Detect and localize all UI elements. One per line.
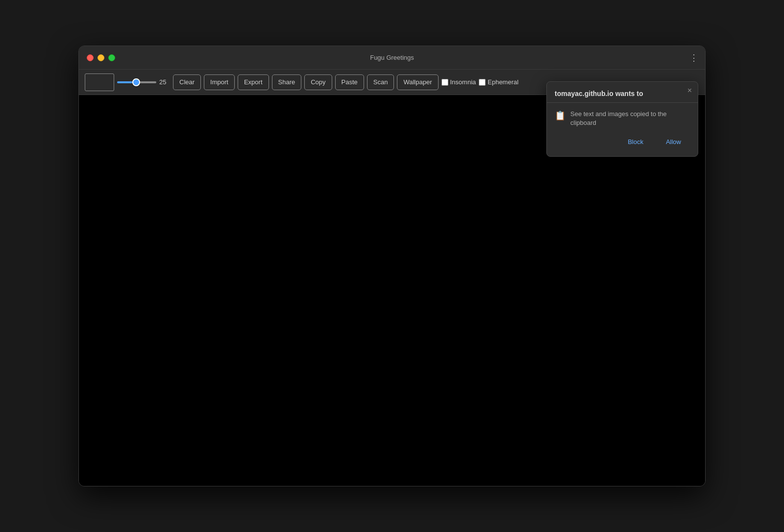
close-button[interactable] (87, 54, 94, 61)
popup-close-button[interactable]: × (687, 87, 692, 95)
popup-description: See text and images copied to the clipbo… (570, 110, 690, 127)
popup-actions: Block Allow (555, 135, 690, 148)
traffic-lights (87, 54, 115, 61)
allow-button[interactable]: Allow (657, 135, 690, 148)
popup-body: 📋 See text and images copied to the clip… (555, 110, 690, 127)
export-button[interactable]: Export (238, 74, 269, 90)
clear-button[interactable]: Clear (173, 74, 201, 90)
block-button[interactable]: Block (619, 135, 652, 148)
scan-button[interactable]: Scan (367, 74, 394, 90)
paste-button[interactable]: Paste (335, 74, 364, 90)
popup-divider (547, 102, 698, 103)
titlebar: Fugu Greetings ⋮ (79, 46, 705, 70)
copy-button[interactable]: Copy (304, 74, 332, 90)
menu-icon[interactable]: ⋮ (689, 53, 698, 62)
ephemeral-checkbox-group[interactable]: Ephemeral (479, 78, 518, 86)
insomnia-checkbox[interactable] (441, 79, 448, 86)
clipboard-permission-popup: tomayac.github.io wants to × 📋 See text … (546, 81, 698, 157)
slider-container: 25 (117, 78, 170, 86)
window-title: Fugu Greetings (370, 54, 414, 61)
minimize-button[interactable] (98, 54, 104, 61)
ephemeral-checkbox[interactable] (479, 79, 486, 86)
canvas-preview (85, 73, 114, 91)
popup-title: tomayac.github.io wants to (555, 90, 690, 97)
app-window: Fugu Greetings ⋮ 25 Clear Import Export … (78, 46, 706, 486)
maximize-button[interactable] (108, 54, 115, 61)
share-button[interactable]: Share (272, 74, 302, 90)
brush-size-slider[interactable] (117, 81, 156, 83)
insomnia-checkbox-group[interactable]: Insomnia (441, 78, 476, 86)
clipboard-icon: 📋 (555, 110, 565, 121)
import-button[interactable]: Import (204, 74, 235, 90)
slider-value: 25 (159, 78, 170, 86)
wallpaper-button[interactable]: Wallpaper (397, 74, 438, 90)
